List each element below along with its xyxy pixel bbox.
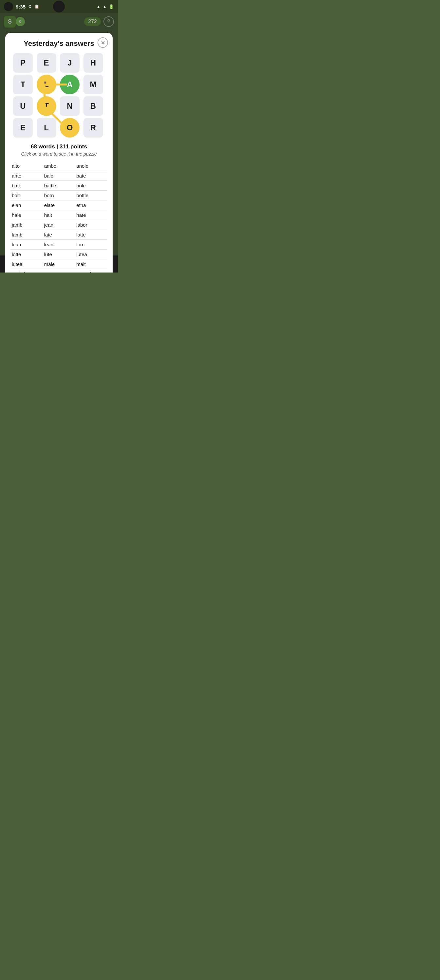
word-item[interactable]: jamb bbox=[11, 220, 43, 230]
status-time: 9:35 bbox=[16, 4, 25, 10]
status-bar-left: 9:35 ⚙ 📋 bbox=[4, 2, 39, 11]
hint-line: Click on a word to see it in the puzzle bbox=[11, 151, 107, 157]
word-item[interactable]: latte bbox=[75, 230, 107, 240]
word-item[interactable]: lute bbox=[43, 250, 75, 259]
word-item[interactable]: labor bbox=[75, 220, 107, 230]
word-item[interactable]: bole bbox=[75, 181, 107, 191]
letter-cell-U: U bbox=[13, 96, 33, 116]
word-item[interactable]: lorn bbox=[75, 240, 107, 250]
word-item[interactable]: batt bbox=[11, 181, 43, 191]
modal-close-button[interactable]: ✕ bbox=[98, 37, 108, 48]
word-item[interactable]: bale bbox=[43, 171, 75, 181]
letter-cell-T1: T bbox=[13, 75, 33, 94]
letter-cell-E: E bbox=[37, 53, 56, 73]
letter-cell-O-yellow: O bbox=[60, 118, 79, 138]
word-item[interactable]: lotte bbox=[11, 250, 43, 259]
battery-icon: 🔋 bbox=[109, 4, 114, 9]
word-item[interactable]: leant bbox=[43, 240, 75, 250]
word-item[interactable]: anole bbox=[75, 161, 107, 171]
word-item[interactable]: lutea bbox=[75, 250, 107, 259]
camera-circle bbox=[4, 2, 13, 11]
status-bar-right: ▲ ▲ 🔋 bbox=[96, 4, 114, 9]
word-item[interactable]: bottle bbox=[75, 191, 107, 200]
wifi-icon: ▲ bbox=[96, 4, 100, 9]
word-item[interactable]: bolt bbox=[11, 191, 43, 200]
app-background: S 0 272 ? ✕ Yesterday's answers P E J H … bbox=[0, 13, 118, 256]
word-item[interactable]: lamb bbox=[11, 230, 43, 240]
notch-circle bbox=[53, 1, 65, 13]
word-item[interactable]: ante bbox=[11, 171, 43, 181]
word-item[interactable]: maltol bbox=[11, 269, 43, 272]
word-item[interactable]: elate bbox=[43, 200, 75, 210]
close-icon: ✕ bbox=[101, 40, 105, 46]
stats-line: 68 words | 311 points bbox=[11, 143, 107, 150]
letter-cell-M: M bbox=[84, 75, 103, 94]
status-bar: 9:35 ⚙ 📋 ▲ ▲ 🔋 bbox=[0, 0, 118, 13]
letter-cell-H: H bbox=[84, 53, 103, 73]
word-item[interactable]: bate bbox=[75, 171, 107, 181]
clipboard-icon: 📋 bbox=[34, 4, 39, 9]
word-item[interactable]: jean bbox=[43, 220, 75, 230]
word-item[interactable]: manor bbox=[43, 269, 75, 272]
answers-modal: ✕ Yesterday's answers P E J H T L A M U … bbox=[5, 33, 113, 272]
word-item[interactable]: elan bbox=[11, 200, 43, 210]
word-item[interactable]: malt bbox=[75, 259, 107, 269]
settings-icon: ⚙ bbox=[28, 4, 32, 9]
word-item[interactable]: etna bbox=[75, 200, 107, 210]
letter-cell-N: N bbox=[60, 96, 79, 116]
letter-cell-A-green: A bbox=[60, 75, 79, 94]
word-item[interactable]: born bbox=[43, 191, 75, 200]
word-item[interactable]: mantel bbox=[75, 269, 107, 272]
letter-grid: P E J H T L A M U T N B E L O R bbox=[13, 53, 105, 138]
word-item[interactable]: late bbox=[43, 230, 75, 240]
word-item[interactable]: battle bbox=[43, 181, 75, 191]
word-item[interactable]: luteal bbox=[11, 259, 43, 269]
letter-cell-L2: L bbox=[37, 118, 56, 138]
word-item[interactable]: lean bbox=[11, 240, 43, 250]
word-item[interactable]: hale bbox=[11, 210, 43, 220]
letter-cell-P: P bbox=[13, 53, 33, 73]
letter-cell-R: R bbox=[84, 118, 103, 138]
modal-title: Yesterday's answers bbox=[11, 39, 107, 48]
letter-cell-T2-yellow: T bbox=[37, 96, 56, 116]
word-list: altoamboanoleantebalebatebattbattleboleb… bbox=[11, 161, 107, 272]
word-item[interactable]: ambo bbox=[43, 161, 75, 171]
word-item[interactable]: halt bbox=[43, 210, 75, 220]
signal-icon: ▲ bbox=[102, 4, 107, 9]
letter-cell-B: B bbox=[84, 96, 103, 116]
letter-cell-L-yellow: L bbox=[37, 75, 56, 94]
letter-cell-E2: E bbox=[13, 118, 33, 138]
word-item[interactable]: alto bbox=[11, 161, 43, 171]
letter-cell-J: J bbox=[60, 53, 79, 73]
word-item[interactable]: hate bbox=[75, 210, 107, 220]
status-bar-center bbox=[53, 1, 65, 13]
word-item[interactable]: male bbox=[43, 259, 75, 269]
